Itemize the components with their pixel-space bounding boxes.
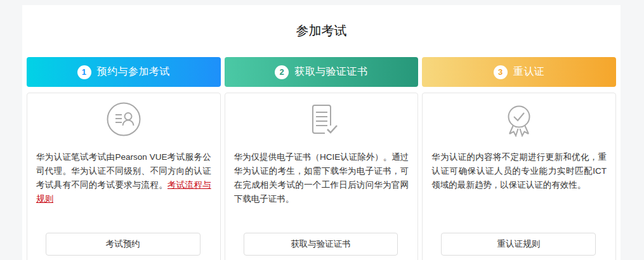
- step-description: 华为仅提供电子证书（HCIE认证除外）。通过华为认证的考生，如需下载华为电子证书…: [234, 150, 409, 206]
- page-title: 参加考试: [22, 22, 621, 39]
- step-column-get-certificate: 2 获取与验证证书 华为仅提供电子证书（HCIE认证除外）。通过华为认证的考生，…: [225, 57, 419, 260]
- recertification-rules-button[interactable]: 重认证规则: [441, 233, 596, 256]
- step-header-exam-booking: 1 预约与参加考试: [27, 57, 221, 87]
- step-number-badge: 2: [275, 65, 289, 79]
- step-header-get-certificate: 2 获取与验证证书: [225, 57, 419, 87]
- description-text: 华为认证的内容将不定期进行更新和优化，重认证可确保认证人员的专业能力实时匹配IC…: [431, 152, 607, 190]
- step-number-badge: 1: [77, 65, 91, 79]
- step-header-label: 获取与验证证书: [294, 65, 368, 79]
- step-column-recertification: 3 重认证 华为认证的内容将不定期进行更新和优化，重认证可确保认证人员的专业能力…: [422, 57, 616, 260]
- step-card-exam-booking: 华为认证笔试考试由Pearson VUE考试服务公司代理。华为认证不同级别、不同…: [27, 93, 221, 260]
- step-description: 华为认证的内容将不定期进行更新和优化，重认证可确保认证人员的专业能力实时匹配IC…: [431, 150, 607, 192]
- step-column-exam-booking: 1 预约与参加考试 华为认证笔试考试由Pearson VUE考试服务公司代理。华…: [27, 57, 221, 260]
- step-header-recertification: 3 重认证: [422, 57, 616, 87]
- step-card-get-certificate: 华为仅提供电子证书（HCIE认证除外）。通过华为认证的考生，如需下载华为电子证书…: [225, 93, 419, 260]
- description-text: 华为仅提供电子证书（HCIE认证除外）。通过华为认证的考生，如需下载华为电子证书…: [234, 152, 409, 204]
- exam-booking-button[interactable]: 考试预约: [46, 233, 200, 256]
- profile-list-circle-icon: [27, 101, 220, 137]
- content-panel: 参加考试 1 预约与参加考试 华为认证笔试考: [22, 5, 621, 260]
- step-header-label: 重认证: [513, 65, 545, 79]
- document-check-icon: [225, 101, 418, 137]
- step-description: 华为认证笔试考试由Pearson VUE考试服务公司代理。华为认证不同级别、不同…: [36, 150, 211, 206]
- step-header-label: 预约与参加考试: [97, 65, 171, 79]
- get-certificate-button[interactable]: 获取与验证证书: [244, 233, 398, 256]
- steps-container: 1 预约与参加考试 华为认证笔试考试由Pearson VUE考试服务公司代理。华…: [22, 57, 621, 260]
- step-card-recertification: 华为认证的内容将不定期进行更新和优化，重认证可确保认证人员的专业能力实时匹配IC…: [422, 93, 616, 260]
- medal-check-icon: [423, 101, 615, 137]
- step-number-badge: 3: [494, 65, 508, 79]
